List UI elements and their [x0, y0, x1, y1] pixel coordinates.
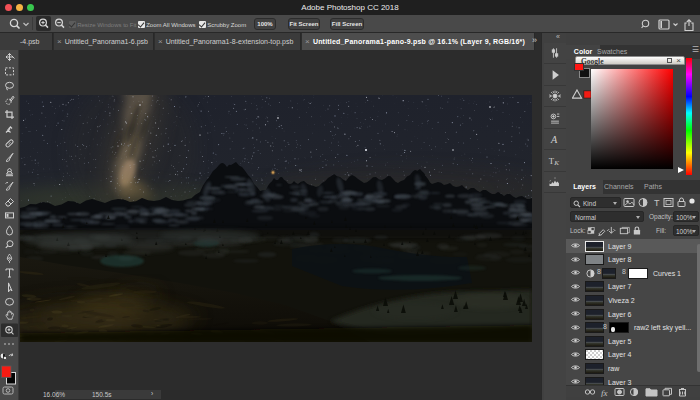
svg-text:fx: fx	[601, 388, 608, 398]
svg-text:K: K	[553, 158, 560, 166]
svg-text:T: T	[654, 198, 660, 208]
svg-text:A: A	[550, 134, 558, 145]
